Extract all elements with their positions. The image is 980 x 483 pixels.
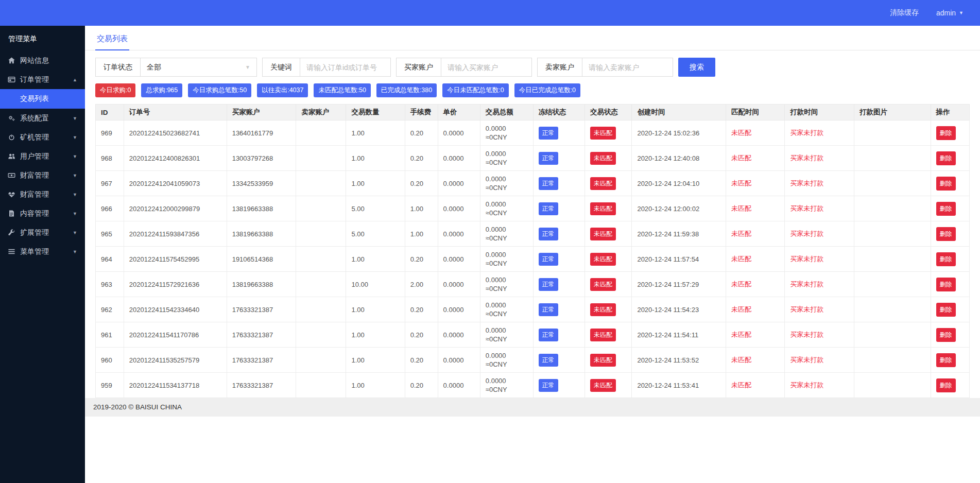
- cell-trade-status: 未匹配: [585, 247, 632, 272]
- cell-pay-time: 买家未打款: [785, 348, 854, 373]
- sidebar-item-label: 菜单管理: [20, 247, 49, 256]
- freeze-status-badge: 正常: [539, 329, 558, 341]
- column-header: 操作: [931, 105, 970, 120]
- sidebar-item[interactable]: 矿机管理▼: [0, 128, 85, 147]
- stat-badge: 总求购:965: [141, 83, 182, 97]
- freeze-status-badge: 正常: [539, 202, 558, 215]
- table-row: 9672020122412041059073133425339591.000.2…: [96, 171, 970, 196]
- sidebar-item[interactable]: 内容管理▼: [0, 204, 85, 223]
- delete-button[interactable]: 删除: [936, 278, 956, 291]
- cell-buyer: 13342533959: [227, 171, 296, 196]
- table-row: 9642020122411575452995191065143681.000.2…: [96, 247, 970, 272]
- sidebar-item[interactable]: 财富管理▼: [0, 166, 85, 185]
- sidebar-item-label: 扩展管理: [20, 228, 49, 237]
- column-header: 订单号: [124, 105, 227, 120]
- cell-buyer: 13003797268: [227, 146, 296, 171]
- cell-qty: 10.00: [346, 272, 405, 297]
- caret-down-icon: ▼: [73, 211, 77, 216]
- sidebar-item[interactable]: 扩展管理▼: [0, 223, 85, 242]
- delete-button[interactable]: 删除: [936, 303, 956, 317]
- cell-total: 0.0000≈0CNY: [480, 322, 533, 348]
- document-icon: [8, 210, 15, 217]
- cell-total: 0.0000≈0CNY: [480, 373, 533, 398]
- sidebar-subitem[interactable]: 交易列表: [0, 89, 85, 109]
- column-header: 手续费: [405, 105, 438, 120]
- cell-total: 0.0000≈0CNY: [480, 221, 533, 247]
- delete-button[interactable]: 删除: [936, 378, 956, 392]
- cell-freeze-status: 正常: [533, 196, 584, 221]
- cell-price: 0.0000: [438, 221, 480, 247]
- freeze-status-badge: 正常: [539, 303, 558, 316]
- cell-buyer: 17633321387: [227, 322, 296, 348]
- user-menu[interactable]: admin ▼: [936, 9, 964, 17]
- tab-transaction-list[interactable]: 交易列表: [95, 26, 129, 50]
- delete-button[interactable]: 删除: [936, 328, 956, 342]
- sidebar-item[interactable]: 用户管理▼: [0, 147, 85, 166]
- search-button[interactable]: 搜索: [678, 58, 715, 77]
- buyer-input[interactable]: [441, 58, 531, 76]
- delete-button[interactable]: 删除: [936, 353, 956, 367]
- sidebar-item[interactable]: 网站信息: [0, 51, 85, 70]
- wrench-icon: [8, 229, 15, 236]
- cell-created: 2020-12-24 11:54:11: [632, 322, 726, 348]
- cell-id: 959: [96, 373, 124, 398]
- sidebar-item[interactable]: 订单管理▲: [0, 70, 85, 89]
- clear-cache-link[interactable]: 清除缓存: [890, 8, 919, 18]
- cell-actions: 删除: [931, 373, 970, 398]
- cell-fee: 0.20: [405, 348, 438, 373]
- caret-down-icon: ▼: [73, 173, 77, 178]
- delete-button[interactable]: 删除: [936, 177, 956, 191]
- cell-trade-status: 未匹配: [585, 322, 632, 348]
- sidebar-item-label: 系统配置: [20, 114, 49, 123]
- copyright-text: 2019-2020 © BAISUI CHINA: [93, 403, 182, 411]
- caret-down-icon: ▼: [73, 249, 77, 254]
- cell-trade-status: 未匹配: [585, 120, 632, 146]
- cell-qty: 1.00: [346, 247, 405, 272]
- caret-down-icon: ▼: [959, 10, 964, 15]
- cell-buyer: 13640161779: [227, 120, 296, 146]
- cell-trade-status: 未匹配: [585, 221, 632, 247]
- sidebar-item[interactable]: 系统配置▼: [0, 109, 85, 128]
- cell-qty: 5.00: [346, 221, 405, 247]
- order-status-select[interactable]: 全部 ▼: [141, 58, 256, 76]
- cell-created: 2020-12-24 12:04:10: [632, 171, 726, 196]
- username: admin: [936, 9, 956, 17]
- sidebar-item[interactable]: 财富管理▼: [0, 185, 85, 204]
- delete-button[interactable]: 删除: [936, 227, 956, 241]
- cell-id: 969: [96, 120, 124, 146]
- cell-created: 2020-12-24 11:57:54: [632, 247, 726, 272]
- cell-buyer: 17633321387: [227, 297, 296, 322]
- cell-pay-picture: [854, 297, 931, 322]
- cell-pay-time: 买家未打款: [785, 272, 854, 297]
- sidebar-item-label: 矿机管理: [20, 133, 49, 142]
- freeze-status-badge: 正常: [539, 354, 558, 367]
- delete-button[interactable]: 删除: [936, 252, 956, 266]
- cell-order-no: 2020122411541170786: [124, 322, 227, 348]
- cell-pay-picture: [854, 196, 931, 221]
- trade-status-badge: 未匹配: [590, 202, 616, 215]
- column-header: 匹配时间: [726, 105, 785, 120]
- seller-input[interactable]: [582, 58, 673, 76]
- table-row: 9602020122411535257579176333213871.000.2…: [96, 348, 970, 373]
- keyword-group: 关键词: [262, 58, 391, 77]
- footer: 2019-2020 © BAISUI CHINA: [85, 398, 980, 417]
- cell-fee: 0.20: [405, 171, 438, 196]
- sidebar-item[interactable]: 菜单管理▼: [0, 242, 85, 261]
- delete-button[interactable]: 删除: [936, 202, 956, 216]
- caret-down-icon: ▼: [73, 230, 77, 235]
- delete-button[interactable]: 删除: [936, 126, 956, 140]
- cell-actions: 删除: [931, 247, 970, 272]
- cell-seller: [296, 272, 346, 297]
- cell-actions: 删除: [931, 196, 970, 221]
- cell-price: 0.0000: [438, 297, 480, 322]
- delete-button[interactable]: 删除: [936, 151, 956, 165]
- cell-pay-time: 买家未打款: [785, 221, 854, 247]
- cell-freeze-status: 正常: [533, 373, 584, 398]
- cell-order-no: 2020122412041059073: [124, 171, 227, 196]
- trade-status-badge: 未匹配: [590, 177, 616, 190]
- trade-status-badge: 未匹配: [590, 354, 616, 367]
- cell-pay-time: 买家未打款: [785, 146, 854, 171]
- cell-trade-status: 未匹配: [585, 196, 632, 221]
- topbar: 清除缓存 admin ▼: [0, 0, 980, 26]
- keyword-input[interactable]: [300, 58, 390, 76]
